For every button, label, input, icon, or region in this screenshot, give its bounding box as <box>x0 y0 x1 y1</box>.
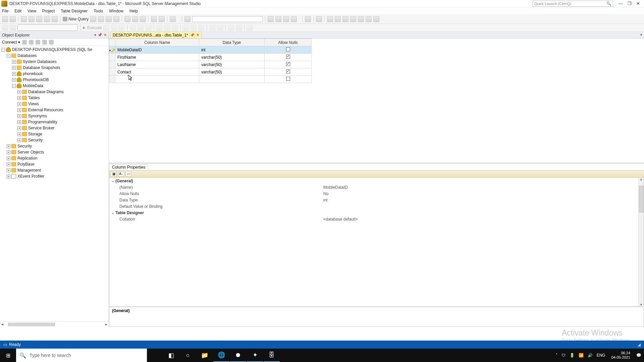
tab-pin-icon[interactable]: 📌 <box>190 33 194 37</box>
tree-database-snapshots[interactable]: Database Snapshots <box>23 65 60 70</box>
stop-icon[interactable] <box>29 40 34 45</box>
object-explorer-button[interactable] <box>283 16 289 22</box>
column-properties-grid[interactable]: ⌄(General) (Name)MobileDataID Allow Null… <box>109 178 644 307</box>
tray-overflow-icon[interactable]: ˄ <box>555 353 557 358</box>
analysis-xmla-button[interactable] <box>113 16 119 22</box>
header-data-type[interactable]: Data Type <box>199 39 265 46</box>
tree-synonyms[interactable]: Synonyms <box>28 114 47 118</box>
cell-data-type[interactable]: varchar(50) <box>199 68 265 76</box>
td-set-primary-key-button[interactable] <box>335 16 341 22</box>
properties-window-button[interactable] <box>305 16 311 22</box>
nav-forward-button[interactable] <box>10 16 16 22</box>
cell-column-name[interactable] <box>115 76 199 83</box>
security-icon[interactable]: 🛡 <box>561 353 566 358</box>
find-input[interactable] <box>192 16 263 22</box>
tree-polybase[interactable]: PolyBase <box>17 162 35 167</box>
ssms-app[interactable]: 🗄 <box>264 349 280 362</box>
menu-file[interactable]: File <box>2 9 8 13</box>
quick-launch-input[interactable]: Quick Launch (Ctrl+Q) 🔍 <box>533 1 613 7</box>
panel-pin-icon[interactable]: 📌 <box>98 33 102 37</box>
edge-app[interactable]: 🌐 <box>213 349 229 362</box>
tree-system-databases[interactable]: System Databases <box>23 59 57 64</box>
tree-server[interactable]: DESKTOP-FDVUNI\SQLEXPRESS (SQL Se <box>12 47 92 52</box>
activity-monitor-button[interactable] <box>268 16 274 22</box>
allow-nulls-checkbox[interactable] <box>286 47 290 51</box>
table-row[interactable]: Contact varchar(50) <box>109 68 312 76</box>
solution-button[interactable] <box>170 16 176 22</box>
cortana-button[interactable]: ○ <box>180 349 196 362</box>
task-view-button[interactable]: ◧ <box>163 349 179 362</box>
volume-icon[interactable]: 🔊 <box>588 353 593 358</box>
td-generate-change-button[interactable] <box>327 16 333 22</box>
tree-security-db[interactable]: Security <box>28 138 43 142</box>
tree-tables[interactable]: Tables <box>28 96 40 100</box>
td-check-constraint-button[interactable] <box>358 16 364 22</box>
toolbox-button[interactable] <box>316 16 322 22</box>
nav-back-button[interactable] <box>2 16 8 22</box>
battery-icon[interactable]: 🔋 <box>570 353 575 358</box>
media-app[interactable]: ⏺ <box>230 349 246 362</box>
allow-nulls-checkbox[interactable] <box>286 77 290 81</box>
header-column-name[interactable]: Column Name <box>115 39 199 46</box>
filter-icon[interactable] <box>36 40 40 45</box>
table-row-new[interactable] <box>109 76 312 83</box>
paste-button[interactable] <box>140 16 146 22</box>
tree-mobiledata[interactable]: MobileData <box>23 83 43 88</box>
taskbar-search[interactable]: 🔍 Type here to search <box>16 349 147 362</box>
close-button[interactable]: ✕ <box>636 1 640 6</box>
tree-server-objects[interactable]: Server Objects <box>17 150 44 155</box>
copy-button[interactable] <box>132 16 138 22</box>
td-fulltext-button[interactable] <box>366 16 372 22</box>
property-pages-button[interactable]: ▭ <box>125 171 131 177</box>
wifi-icon[interactable]: 📶 <box>579 353 584 358</box>
td-relationships-button[interactable] <box>342 16 348 22</box>
registered-servers-button[interactable] <box>275 16 281 22</box>
menu-edit[interactable]: Edit <box>14 9 21 13</box>
column-grid[interactable]: Column Name Data Type Allow Nulls ▸🔑 Mob… <box>109 39 644 163</box>
cell-data-type[interactable]: int <box>199 46 265 54</box>
minimize-button[interactable]: — <box>619 1 623 6</box>
tree-external-resources[interactable]: External Resources <box>28 108 63 112</box>
tree-db-diagrams[interactable]: Database Diagrams <box>28 89 64 94</box>
column-properties-tab[interactable]: Column Properties <box>109 164 148 170</box>
new-item-button[interactable] <box>29 16 35 22</box>
cell-data-type[interactable]: varchar(50) <box>199 61 265 68</box>
analysis-dmx-button[interactable] <box>106 16 112 22</box>
open-file-button[interactable] <box>36 16 42 22</box>
cell-column-name[interactable]: LastName <box>115 61 199 68</box>
cell-data-type[interactable] <box>199 76 265 83</box>
language-indicator[interactable]: ENG <box>597 353 605 358</box>
visual-studio-app[interactable]: ✦ <box>247 349 263 362</box>
prop-collation-value[interactable]: <database default> <box>323 217 358 222</box>
panel-close-icon[interactable]: ✕ <box>104 33 107 37</box>
pulse-icon[interactable] <box>49 40 54 45</box>
db-engine-query-button[interactable] <box>90 16 96 22</box>
analysis-mdx-button[interactable] <box>98 16 104 22</box>
cell-column-name[interactable]: FirstName <box>115 54 199 61</box>
tab-close-icon[interactable]: ✕ <box>196 33 199 37</box>
tree-phonebookdb[interactable]: PhonebookDB <box>23 77 49 82</box>
notifications-icon[interactable]: 💬 <box>636 353 641 358</box>
allow-nulls-checkbox[interactable] <box>286 69 290 73</box>
td-xml-indexes-button[interactable] <box>373 16 379 22</box>
prop-name-value[interactable]: MobileDataID <box>323 185 348 190</box>
connect-button[interactable]: Connect ▾ <box>2 40 20 45</box>
menu-tools[interactable]: Tools <box>94 9 103 13</box>
menu-help[interactable]: Help <box>129 9 138 13</box>
prop-data-type-value[interactable]: int <box>323 198 328 202</box>
tree-service-broker[interactable]: Service Broker <box>28 126 55 130</box>
categorized-button[interactable]: ▦ <box>111 171 117 177</box>
tree-programmability[interactable]: Programmability <box>28 120 57 124</box>
disconnect-icon[interactable] <box>22 40 27 45</box>
tree-databases[interactable]: Databases <box>17 53 37 58</box>
tree-xevent-profiler[interactable]: XEvent Profiler <box>17 174 44 179</box>
new-project-button[interactable] <box>21 16 27 22</box>
tree-storage[interactable]: Storage <box>28 132 42 136</box>
tree-phonebook[interactable]: phonebook <box>23 71 43 76</box>
panel-dropdown-icon[interactable]: ▾ <box>94 33 96 37</box>
object-explorer-tree[interactable]: −DESKTOP-FDVUNI\SQLEXPRESS (SQL Se −Data… <box>0 46 109 321</box>
start-button[interactable]: ⊞ <box>0 349 16 362</box>
menu-view[interactable]: View <box>28 9 36 13</box>
menu-table-designer[interactable]: Table Designer <box>61 9 88 13</box>
header-allow-nulls[interactable]: Allow Nulls <box>265 39 312 46</box>
